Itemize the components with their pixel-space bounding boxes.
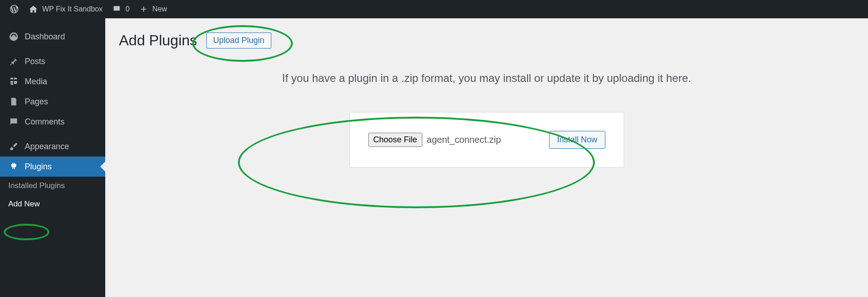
sidebar-label: Dashboard [25, 32, 65, 42]
comment-icon [112, 4, 122, 14]
choose-file-button[interactable]: Choose File [368, 133, 422, 147]
media-icon [8, 76, 19, 87]
file-input-section: Choose File agent_connect.zip [368, 133, 501, 147]
selected-file-name: agent_connect.zip [427, 135, 501, 145]
wordpress-logo-link[interactable] [5, 0, 24, 18]
admin-sidebar: Dashboard Posts Media Pages Comments App… [0, 18, 105, 297]
home-icon [28, 4, 38, 14]
site-title: WP Fix It Sandbox [42, 5, 102, 13]
sidebar-item-comments[interactable]: Comments [0, 112, 105, 132]
sidebar-label: Pages [25, 97, 48, 107]
sidebar-sublabel: Add New [8, 200, 40, 208]
site-home-link[interactable]: WP Fix It Sandbox [24, 0, 107, 18]
sidebar-label: Plugins [25, 162, 52, 172]
page-header: Add Plugins Upload Plugin [119, 32, 854, 49]
sidebar-label: Comments [25, 117, 65, 127]
pages-icon [8, 96, 19, 107]
admin-bar: WP Fix It Sandbox 0 New [0, 0, 868, 18]
sidebar-sublabel: Installed Plugins [8, 181, 65, 190]
new-content-link[interactable]: New [134, 0, 172, 18]
pin-icon [8, 56, 19, 67]
sidebar-item-media[interactable]: Media [0, 71, 105, 92]
sidebar-subitem-add-new[interactable]: Add New [0, 195, 105, 213]
plus-icon [139, 4, 149, 14]
wordpress-logo-icon [9, 4, 19, 14]
comments-icon [8, 116, 19, 127]
brush-icon [8, 141, 19, 152]
upload-form-box: Choose File agent_connect.zip Install No… [350, 112, 624, 167]
sidebar-subitem-installed-plugins[interactable]: Installed Plugins [0, 177, 105, 195]
sidebar-label: Media [25, 77, 47, 86]
upload-description: If you have a plugin in a .zip format, y… [119, 72, 854, 85]
dashboard-icon [8, 31, 19, 42]
sidebar-item-pages[interactable]: Pages [0, 92, 105, 112]
plugin-icon [8, 161, 19, 172]
sidebar-label: Posts [25, 57, 45, 66]
sidebar-item-dashboard[interactable]: Dashboard [0, 27, 105, 47]
sidebar-item-posts[interactable]: Posts [0, 51, 105, 71]
sidebar-label: Appearance [25, 142, 69, 151]
sidebar-item-appearance[interactable]: Appearance [0, 136, 105, 157]
page-title: Add Plugins [119, 32, 197, 49]
comments-link[interactable]: 0 [107, 0, 134, 18]
upload-plugin-button[interactable]: Upload Plugin [206, 32, 271, 49]
new-label: New [152, 5, 167, 13]
main-content: Add Plugins Upload Plugin If you have a … [105, 18, 868, 297]
comment-count: 0 [125, 5, 129, 13]
sidebar-item-plugins[interactable]: Plugins [0, 157, 105, 177]
install-now-button[interactable]: Install Now [549, 131, 605, 149]
